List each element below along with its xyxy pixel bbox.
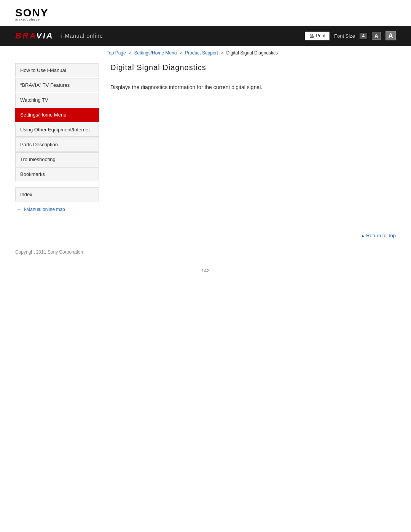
- breadcrumb-sep-1: >: [129, 50, 131, 56]
- sidebar-item-index[interactable]: Index: [15, 187, 99, 201]
- sony-text: SONY: [15, 7, 48, 19]
- print-button[interactable]: 🖶 Print: [305, 32, 330, 40]
- breadcrumb-sep-2: >: [180, 50, 182, 56]
- font-size-medium-button[interactable]: A: [372, 32, 381, 40]
- breadcrumb-product-support[interactable]: Product Support: [185, 50, 218, 56]
- print-label: Print: [316, 33, 325, 38]
- sidebar-item-parts-description[interactable]: Parts Description: [15, 137, 99, 152]
- sidebar: How to Use i-Manual “BRAVIA” TV Features…: [15, 56, 99, 212]
- imanual-map-link[interactable]: → i-Manual online map: [15, 207, 99, 212]
- page-title: Digital Signal Diagnostics: [110, 63, 396, 76]
- map-link-label: i-Manual online map: [24, 207, 65, 212]
- bravia-right-controls: 🖶 Print Font Size A A A: [305, 31, 396, 40]
- breadcrumb: Top Page > Settings/Home Menu > Product …: [0, 46, 411, 56]
- breadcrumb-sep-3: >: [221, 50, 223, 56]
- copyright-text: Copyright 2011 Sony Corporation: [15, 249, 83, 255]
- imanual-title: i-Manual online: [61, 33, 103, 39]
- sidebar-item-watching-tv[interactable]: Watching TV: [15, 93, 99, 107]
- sidebar-item-how-to-use[interactable]: How to Use i-Manual: [15, 63, 99, 77]
- return-to-top-bar: ▲ Return to Top: [0, 227, 411, 244]
- sidebar-item-using-other[interactable]: Using Other Equipment/Internet: [15, 123, 99, 137]
- page-number: 142: [0, 260, 411, 281]
- font-size-small-button[interactable]: A: [360, 33, 367, 39]
- return-to-top-label: Return to Top: [366, 233, 396, 238]
- bravia-header-bar: BRAVIA i-Manual online 🖶 Print Font Size…: [0, 26, 411, 46]
- print-icon: 🖶: [309, 33, 314, 39]
- breadcrumb-settings-menu[interactable]: Settings/Home Menu: [134, 50, 177, 56]
- font-size-label: Font Size: [334, 33, 355, 39]
- main-container: How to Use i-Manual “BRAVIA” TV Features…: [0, 56, 411, 212]
- footer: Copyright 2011 Sony Corporation: [0, 244, 411, 260]
- bravia-left: BRAVIA i-Manual online: [15, 31, 103, 41]
- sony-logo: SONY make.believe: [15, 7, 48, 21]
- sidebar-item-bravia-features[interactable]: “BRAVIA” TV Features: [15, 78, 99, 92]
- breadcrumb-current: Digital Signal Diagnostics: [226, 50, 278, 56]
- return-to-top-link[interactable]: ▲ Return to Top: [361, 233, 396, 238]
- sidebar-item-troubleshooting[interactable]: Troubleshooting: [15, 152, 99, 166]
- breadcrumb-top-page[interactable]: Top Page: [107, 50, 126, 56]
- content-description: Displays the diagnostics information for…: [110, 83, 396, 91]
- map-arrow: →: [17, 207, 21, 212]
- sidebar-item-bookmarks[interactable]: Bookmarks: [15, 167, 99, 181]
- content-area: Digital Signal Diagnostics Displays the …: [110, 56, 396, 212]
- font-size-large-button[interactable]: A: [386, 31, 396, 40]
- return-to-top-icon: ▲: [361, 233, 365, 238]
- bravia-logo: BRAVIA: [15, 31, 54, 41]
- sidebar-item-settings-home-menu[interactable]: Settings/Home Menu: [15, 108, 99, 122]
- logo-bar: SONY make.believe: [0, 0, 411, 26]
